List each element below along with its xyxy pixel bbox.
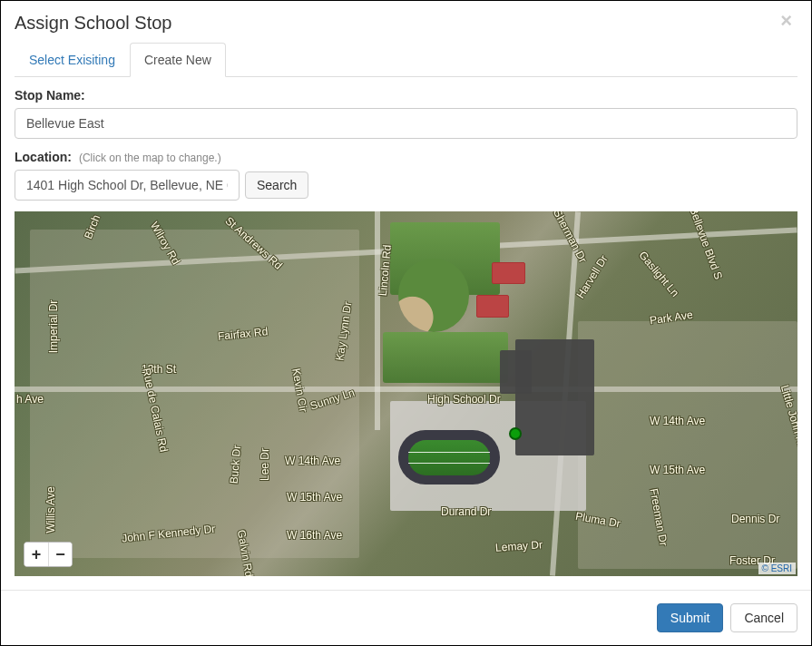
zoom-in-button[interactable]: + (24, 543, 48, 566)
assign-school-stop-modal: Assign School Stop × Select Exisiting Cr… (0, 0, 812, 646)
street-label: Lemay Dr (495, 538, 543, 554)
stop-name-group: Stop Name: (15, 88, 797, 139)
location-hint: (Click on the map to change.) (79, 152, 221, 164)
submit-button[interactable]: Submit (657, 603, 724, 632)
modal-title: Assign School Stop (15, 13, 797, 34)
zoom-controls: + − (24, 542, 73, 567)
map-attribution: © ESRI (758, 563, 797, 574)
tabs: Select Exisiting Create New (15, 43, 797, 77)
location-group: Location: (Click on the map to change.) … (15, 150, 797, 201)
location-label: Location: (15, 150, 72, 164)
street-label: Gaslight Ln (636, 249, 681, 299)
cancel-button[interactable]: Cancel (730, 603, 797, 632)
street-label: Bellevue Blvd S (687, 211, 725, 281)
tab-create-new[interactable]: Create New (130, 43, 226, 77)
search-button[interactable]: Search (245, 171, 308, 199)
zoom-out-button[interactable]: − (48, 543, 72, 566)
street-label: Harvell Dr (574, 253, 611, 301)
location-map[interactable]: BirchWilroy RdSt Andrews RdSherman DrHar… (15, 211, 797, 576)
close-icon[interactable]: × (775, 10, 797, 32)
modal-footer: Submit Cancel (1, 590, 811, 645)
map-marker-icon[interactable] (509, 427, 522, 440)
location-input[interactable] (15, 170, 240, 201)
stop-name-label: Stop Name: (15, 88, 85, 103)
tab-select-existing[interactable]: Select Exisiting (15, 43, 130, 77)
modal-body: Select Exisiting Create New Stop Name: L… (1, 43, 811, 590)
modal-header: Assign School Stop × (1, 1, 811, 43)
stop-name-input[interactable] (15, 108, 797, 139)
